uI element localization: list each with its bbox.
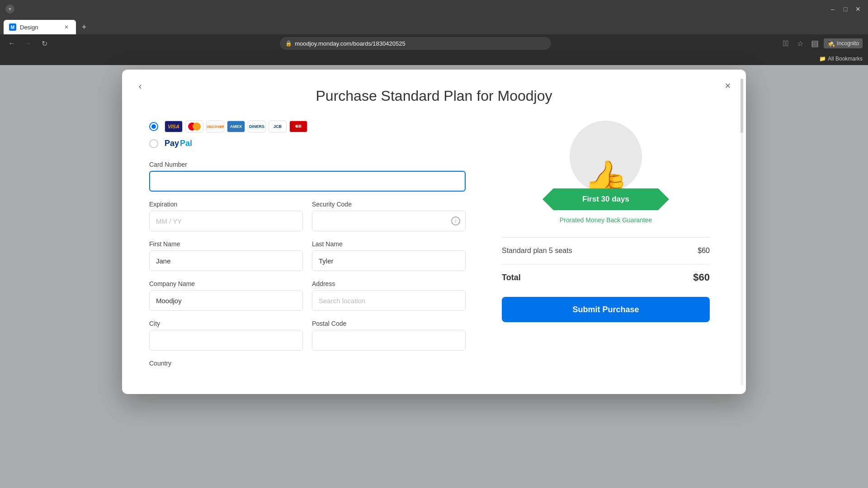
payment-form: VISA DISCOVER AMEX DINERS JCB 银联: [149, 121, 466, 376]
last-name-group: Last Name: [312, 240, 466, 271]
purchase-modal: × ‹ Purchase Standard Plan for Moodjoy V…: [122, 70, 746, 394]
card-number-group: Card Number: [149, 161, 466, 192]
total-row: Total $60: [502, 264, 710, 283]
name-row: First Name Last Name: [149, 240, 466, 280]
payment-options: VISA DISCOVER AMEX DINERS JCB 银联: [149, 121, 466, 148]
credit-card-radio[interactable]: [149, 122, 158, 131]
country-label: Country: [149, 360, 466, 367]
plan-label: Standard plan 5 seats: [502, 247, 572, 255]
forward-nav-button[interactable]: →: [22, 37, 34, 50]
new-tab-button[interactable]: +: [78, 21, 90, 33]
security-code-group: Security Code i: [312, 201, 466, 231]
pricing-panel: 👍 First 30 days Prorated Money Back Guar…: [502, 121, 710, 376]
company-name-label: Company Name: [149, 280, 303, 287]
paypal-option[interactable]: PayPal: [149, 139, 466, 148]
jcb-icon: JCB: [269, 121, 287, 132]
plan-price: $60: [698, 247, 710, 255]
postal-code-input[interactable]: [312, 330, 466, 351]
expiry-security-row: Expiration Security Code i: [149, 201, 466, 240]
expiration-input[interactable]: [149, 211, 303, 231]
address-group: Address: [312, 280, 466, 311]
card-icons: VISA DISCOVER AMEX DINERS JCB 银联: [165, 121, 307, 132]
paypal-radio[interactable]: [149, 139, 158, 148]
modal-back-button[interactable]: ‹: [133, 79, 147, 93]
amex-icon: AMEX: [227, 121, 245, 132]
card-number-input[interactable]: [149, 171, 466, 192]
expiration-group: Expiration: [149, 201, 303, 231]
paypal-logo: PayPal: [165, 139, 192, 148]
submit-purchase-button[interactable]: Submit Purchase: [502, 297, 710, 322]
unionpay-icon: 银联: [289, 121, 307, 132]
modal-overlay: × ‹ Purchase Standard Plan for Moodjoy V…: [0, 65, 868, 488]
promo-image: 👍: [570, 121, 642, 193]
url-bar[interactable]: 🔒 moodjoy.monday.com/boards/1830420525: [280, 37, 551, 50]
credit-card-option[interactable]: VISA DISCOVER AMEX DINERS JCB 银联: [149, 121, 466, 132]
address-input[interactable]: [312, 290, 466, 311]
company-name-group: Company Name: [149, 280, 303, 311]
diners-icon: DINERS: [248, 121, 266, 132]
lock-icon: 🔒: [285, 40, 292, 47]
city-label: City: [149, 320, 303, 327]
expiration-label: Expiration: [149, 201, 303, 208]
modal-close-button[interactable]: ×: [721, 79, 735, 93]
active-tab[interactable]: M Design ✕: [4, 20, 76, 34]
first-name-label: First Name: [149, 240, 303, 248]
postal-code-group: Postal Code: [312, 320, 466, 351]
modal-scrollbar-thumb[interactable]: [741, 79, 743, 133]
profile-icon[interactable]: ▾: [5, 5, 14, 14]
last-name-label: Last Name: [312, 240, 466, 248]
company-address-row: Company Name Address: [149, 280, 466, 320]
ribbon-banner: First 30 days: [542, 188, 669, 210]
last-name-input[interactable]: [312, 250, 466, 271]
eye-slash-icon: 👁̸: [780, 38, 791, 49]
city-group: City: [149, 320, 303, 351]
folder-icon: 📁: [819, 56, 826, 62]
minimize-button[interactable]: –: [828, 5, 837, 14]
discover-icon: DISCOVER: [206, 121, 224, 132]
city-postal-row: City Postal Code: [149, 320, 466, 360]
maximize-button[interactable]: □: [841, 5, 850, 14]
url-text: moodjoy.monday.com/boards/1830420525: [295, 40, 406, 47]
incognito-badge: 🕵 Incognito: [824, 38, 863, 48]
tab-close-button[interactable]: ✕: [62, 23, 71, 31]
total-label: Total: [502, 273, 521, 282]
promo-section: 👍 First 30 days Prorated Money Back Guar…: [502, 121, 710, 224]
country-group: Country: [149, 360, 466, 367]
company-name-input[interactable]: [149, 290, 303, 311]
tab-title: Design: [20, 24, 38, 31]
address-label: Address: [312, 280, 466, 287]
security-code-input[interactable]: [312, 211, 466, 231]
close-window-button[interactable]: ✕: [854, 5, 863, 14]
bookmarks-bar-item[interactable]: 📁 All Bookmarks: [819, 56, 863, 62]
ribbon-text: First 30 days: [582, 195, 629, 203]
bookmarks-label: All Bookmarks: [828, 56, 863, 62]
mastercard-icon: [185, 121, 203, 132]
first-name-input[interactable]: [149, 250, 303, 271]
back-nav-button[interactable]: ←: [5, 37, 18, 50]
visa-icon: VISA: [165, 121, 183, 132]
security-code-label: Security Code: [312, 201, 466, 208]
reload-button[interactable]: ↻: [38, 37, 51, 50]
security-code-wrapper: i: [312, 211, 466, 231]
modal-title: Purchase Standard Plan for Moodjoy: [149, 88, 719, 104]
prorated-text: Prorated Money Back Guarantee: [560, 216, 652, 224]
city-input[interactable]: [149, 330, 303, 351]
modal-scrollbar-track[interactable]: [741, 79, 743, 385]
first-name-group: First Name: [149, 240, 303, 271]
tab-favicon: M: [9, 23, 16, 31]
postal-code-label: Postal Code: [312, 320, 466, 327]
card-number-label: Card Number: [149, 161, 466, 168]
security-code-info-icon[interactable]: i: [451, 216, 460, 225]
total-price: $60: [693, 272, 710, 283]
pricing-section: Standard plan 5 seats $60 Total $60 Subm…: [502, 237, 710, 322]
extension-icon[interactable]: ▤: [809, 38, 820, 49]
star-icon[interactable]: ☆: [795, 38, 806, 49]
plan-pricing-row: Standard plan 5 seats $60: [502, 247, 710, 255]
ribbon-wrapper: First 30 days: [542, 188, 669, 210]
